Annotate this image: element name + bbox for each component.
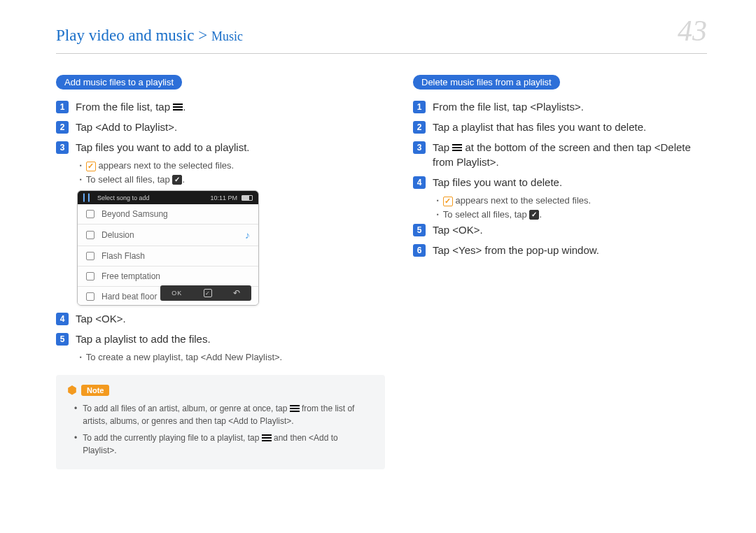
step-text: Tap <Add to Playlist>.: [76, 120, 385, 134]
row-label: Delusion: [102, 230, 238, 240]
text-fragment: appears next to the selected files.: [453, 195, 591, 206]
page-number: 43: [678, 14, 707, 48]
checkbox-icon: [86, 210, 94, 218]
pause-icon: ▎▎: [83, 194, 93, 201]
note-bullet: To add the currently playing file to a p…: [67, 432, 374, 457]
step-text: From the file list, tap <Playlists>.: [433, 99, 707, 114]
text-fragment: appears next to the selected files.: [96, 160, 234, 171]
text-fragment: To select all files, tap: [86, 174, 173, 185]
text-fragment: From the file list, tap: [76, 101, 173, 113]
select-all-icon: ✓: [172, 175, 182, 185]
right-column: Delete music files from a playlist 1 Fro…: [413, 75, 707, 469]
step-number: 1: [413, 101, 426, 113]
step-6: 6 Tap <Yes> from the pop-up window.: [413, 243, 707, 257]
step-number: 5: [56, 333, 69, 346]
step-text: Tap a playlist to add the files.: [76, 332, 385, 346]
breadcrumb-sep: >: [194, 27, 211, 44]
section-title-delete: Delete music files from a playlist: [413, 75, 560, 90]
step-5: 5 Tap a playlist to add the files.: [56, 332, 385, 346]
content-columns: Add music files to a playlist 1 From the…: [56, 75, 707, 469]
ok-button-label: OK: [172, 290, 182, 297]
step-number: 1: [56, 101, 69, 113]
bullet-content: ✓ appears next to the selected files.: [443, 195, 591, 206]
sub-bullet: ✓ appears next to the selected files.: [437, 195, 707, 206]
select-all-icon: ✓: [529, 210, 539, 220]
battery-icon: [241, 195, 253, 201]
step-4: 4 Tap files you want to delete.: [413, 175, 707, 190]
menu-icon: [262, 434, 272, 441]
step-number: 4: [413, 176, 426, 189]
device-screenshot: ▎▎ Select song to add 10:11 PM Beyond Sa…: [77, 190, 259, 306]
bullet-content: To select all files, tap ✓.: [443, 209, 542, 220]
row-label: Flash Flash: [102, 251, 250, 261]
step-text: Tap files you want to add to a playlist.: [76, 140, 385, 155]
text-fragment: .: [539, 209, 542, 220]
bullet-content: ✓ appears next to the selected files.: [86, 160, 234, 171]
breadcrumb-sub: Music: [211, 29, 243, 43]
step-3: 3 Tap at the bottom of the screen and th…: [413, 140, 707, 169]
step-5: 5 Tap <OK>.: [413, 222, 707, 237]
step-number: 5: [413, 224, 426, 236]
bullet-content: To add all files of an artist, album, or…: [83, 402, 374, 427]
step-text: Tap at the bottom of the screen and then…: [433, 140, 707, 169]
menu-icon: [452, 144, 462, 151]
device-header-left: ▎▎ Select song to add: [83, 194, 150, 201]
page-header: Play video and music > Music 43: [56, 14, 707, 54]
step-number: 6: [413, 244, 426, 257]
step-3: 3 Tap files you want to add to a playlis…: [56, 140, 385, 155]
menu-icon: [173, 104, 183, 111]
breadcrumb: Play video and music > Music: [56, 27, 243, 45]
step-text: Tap files you want to delete.: [433, 175, 707, 190]
bullet-content: To select all files, tap ✓.: [86, 174, 185, 185]
bullet-content: To add the currently playing file to a p…: [83, 432, 374, 457]
sub-bullet: To select all files, tap ✓.: [437, 209, 707, 220]
back-icon: ↶: [233, 288, 240, 298]
text-fragment: Tap: [433, 141, 452, 153]
step-text: Tap a playlist that has files you want t…: [433, 120, 707, 134]
note-cube-icon: ⬢: [67, 383, 77, 397]
checkbox-icon: [86, 252, 94, 260]
list-item: Delusion♪: [78, 225, 258, 246]
checkbox-checked-icon: ✓: [443, 197, 453, 206]
select-all-icon: ✓: [204, 289, 212, 297]
checkbox-checked-icon: ✓: [86, 162, 96, 171]
breadcrumb-main: Play video and music: [56, 27, 194, 44]
step-2: 2 Tap a playlist that has files you want…: [413, 120, 707, 134]
checkbox-icon: [86, 292, 94, 301]
text-fragment: To select all files, tap: [443, 209, 530, 220]
text-fragment: To add all files of an artist, album, or…: [83, 404, 290, 413]
menu-icon: [290, 405, 300, 412]
text-fragment: .: [183, 101, 186, 113]
step-text: Tap <OK>.: [433, 222, 707, 237]
step-number: 2: [56, 121, 69, 134]
note-box: ⬢ Note To add all files of an artist, al…: [56, 375, 385, 469]
step-text: Tap <OK>.: [76, 311, 385, 326]
step-number: 2: [413, 121, 426, 134]
step-1: 1 From the file list, tap .: [56, 99, 385, 114]
left-column: Add music files to a playlist 1 From the…: [56, 75, 385, 469]
music-note-icon: ♪: [245, 229, 250, 241]
step-4: 4 Tap <OK>.: [56, 311, 385, 326]
step-text: From the file list, tap .: [76, 99, 385, 114]
sub-bullet: ✓ appears next to the selected files.: [80, 160, 385, 171]
row-label: Beyond Samsung: [102, 209, 250, 219]
step-number: 3: [413, 141, 426, 154]
device-header-right: 10:11 PM: [210, 194, 253, 201]
list-item: Free temptation: [78, 266, 258, 287]
checkbox-icon: [86, 272, 94, 280]
row-label: Free temptation: [102, 271, 250, 281]
sub-bullet: To create a new playlist, tap <Add New P…: [80, 352, 385, 362]
note-title-row: ⬢ Note: [67, 383, 374, 397]
device-title: Select song to add: [97, 194, 150, 201]
checkbox-icon: [86, 231, 94, 239]
text-fragment: at the bottom of the screen and then tap…: [433, 141, 691, 168]
note-bullet: To add all files of an artist, album, or…: [67, 402, 374, 427]
text-fragment: To add the currently playing file to a p…: [83, 433, 261, 443]
device-footer-bar: OK ✓ ↶: [160, 285, 251, 301]
text-fragment: .: [182, 174, 185, 185]
device-time: 10:11 PM: [210, 194, 237, 201]
step-text: Tap <Yes> from the pop-up window.: [433, 243, 707, 257]
section-title-add: Add music files to a playlist: [56, 75, 182, 90]
device-header: ▎▎ Select song to add 10:11 PM: [78, 191, 258, 204]
list-item: Flash Flash: [78, 246, 258, 266]
